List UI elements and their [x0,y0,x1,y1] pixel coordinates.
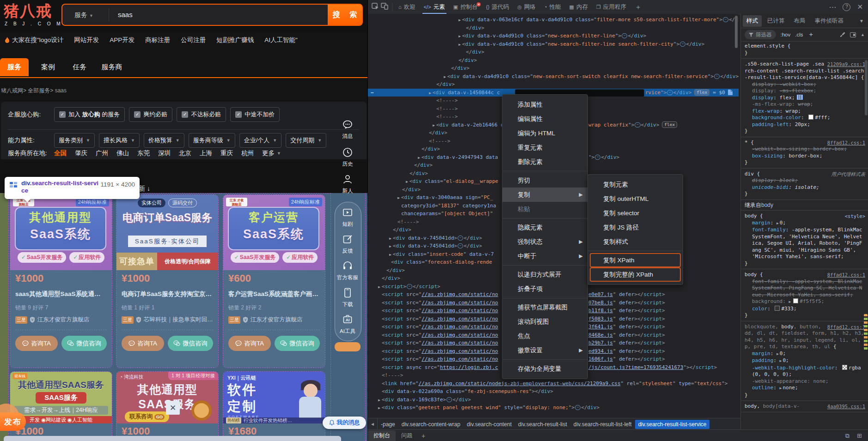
css-property[interactable]: -ms-flex-wrap: wrap; [745,101,865,108]
zbj-logo[interactable]: 猪八戒 [4,1,52,22]
style-rule[interactable]: 8ffad12.css:1* {-webkit-box-sizing: bord… [741,137,868,169]
context-menu-item[interactable]: 复制▶ [502,187,587,202]
css-property[interactable]: display: flex; [745,95,865,102]
node-breadcrumb[interactable]: div.search-content [464,420,515,429]
card-seller[interactable]: 三星V江东才俊官方旗舰店 [228,316,320,324]
site-tab-任务[interactable]: 任务 [70,58,89,76]
css-property[interactable]: background-color: #fff; [745,115,865,121]
context-menu-item[interactable]: 删除元素 [502,155,587,169]
flex-badge[interactable]: flex [662,121,677,128]
my-messages-pill[interactable]: 我的消息 [323,417,366,429]
devtools-tab-性能[interactable]: ◔性能 [540,0,565,14]
rail-item-history[interactable]: 历史 [335,147,361,168]
card-seller[interactable]: 三星V江东才俊官方旗舰店 [15,316,107,324]
node-breadcrumb[interactable]: -page [378,420,398,429]
style-rule[interactable]: 8ffad12.css:1blockquote, body, button, d… [741,321,868,401]
service-card[interactable]: 江东 才俊旗舰店 24h响应标准 客户运营SaaS系统 ✓SaaS开发服务✓应用… [223,195,325,368]
region-filter[interactable]: 杭州 [241,149,254,157]
devtools-tab-欢迎[interactable]: ⌂欢迎 [394,0,420,14]
context-menu-item[interactable]: 折叠子项 [502,282,587,296]
style-source-link[interactable]: 用户代理样式表 [831,171,866,178]
node-breadcrumb[interactable]: div.search-result-list-service [635,420,710,429]
inspect-element-button[interactable] [372,3,379,12]
node-breadcrumb[interactable]: div.search-result-list-left [570,420,635,429]
region-filter[interactable]: 全国 [54,149,67,157]
element-state-icon[interactable] [850,32,856,37]
site-tab-服务[interactable]: 服务 [0,58,29,76]
devtools-menu-button[interactable]: ⋯ [829,3,836,12]
flex-editor-icon[interactable] [797,95,803,100]
css-property[interactable]: display: block; [745,177,865,184]
device-toolbar-button[interactable] [381,3,388,12]
devtools-tab-控制台[interactable]: ▣控制台✕ [449,0,482,14]
card-seller[interactable]: 三星V芯眸科技｜接急单实时回… [122,316,213,324]
rail-item-message[interactable]: 消息 [335,119,361,140]
ability-dropdown-服务类别[interactable]: 服务类别▼ [54,133,95,148]
dom-tree-row[interactable]: ▶<div data-v-169c83fe>⋯</div> [368,396,739,404]
css-property[interactable]: padding: ▶0; [745,357,865,365]
devtools-tab-元素[interactable]: </>元素 [420,0,449,14]
drawer-panel-icon[interactable]: ⊞ [857,432,862,440]
inherited-body-link[interactable]: body [761,202,773,208]
rail-item-newbie[interactable]: 新人 [335,174,361,194]
rail-item-short-drama[interactable]: 短剧 [335,207,361,228]
hot-nav-item[interactable]: AI人工智能" [264,36,298,44]
region-filter[interactable]: 上海 [200,149,212,157]
devtools-tab-内存[interactable]: ▦内存 [565,0,592,14]
context-menu-item[interactable]: 以递归方式展开 [502,267,587,282]
region-filter[interactable]: 重庆 [220,149,233,157]
contact-cta-button[interactable]: 联系咨询GO [125,411,169,422]
context-menu-item[interactable]: 复制元素 [588,177,683,192]
css-property[interactable]: font-family: -apple-system, BlinkMacSyst… [745,278,865,299]
wechat-consult-button[interactable]: 微信咨询 [168,336,213,351]
context-menu-item[interactable]: 徽章设置▶ [502,343,587,357]
style-source-link[interactable]: 8ffad12.css:1 [827,272,865,278]
css-property[interactable]: display: -webkit-box; [745,81,865,88]
style-source-link[interactable]: 21209a9.css:1 [827,61,865,68]
style-source-link[interactable]: <style> [845,213,865,220]
site-tab-服务商[interactable]: 服务商 [100,58,124,76]
dom-tree-row[interactable]: </div> [368,48,739,56]
dom-tree-row[interactable]: <link href="//as.zbjimg.com/static/nodej… [368,380,739,388]
context-menu-item[interactable]: 复制 JS 路径 [588,220,683,235]
site-breadcrumb[interactable]: 猪八戒网> 全部服务> saas [1,87,67,95]
hot-nav-item[interactable]: 商标注册 [145,36,170,44]
style-rule[interactable]: 21209a9.css:1.s50-search-list-page .sear… [741,59,868,137]
sort-option-partial[interactable]: 新 ↓ [139,185,150,193]
drawer-tab-控制台[interactable]: 控制台 [368,430,396,441]
dom-tree-row[interactable]: <div data-v-022a690a class="fe-zbj-scene… [368,387,739,396]
breadcrumb-back-arrow[interactable]: ◂ [368,418,378,430]
ability-dropdown-企业/个人[interactable]: 企业/个人▼ [239,133,282,148]
style-source-link[interactable]: 8ffad12.css:1 [827,139,865,146]
css-property[interactable]: padding-left: 20px; [745,121,865,128]
region-filter[interactable]: 深圳 [158,149,171,157]
search-input[interactable]: saas [118,11,133,18]
context-menu-item[interactable]: 存储为全局变量 [502,362,587,376]
context-menu-item[interactable]: 编辑属性 [502,112,587,126]
drawer-dock-icon[interactable]: ⧉ [845,432,850,440]
new-style-rule-button[interactable]: ＋ [808,30,814,39]
sidebar-tab-布局[interactable]: 布局 [790,15,809,27]
card-title[interactable]: 电商订单SaaS服务支持淘宝京… [122,290,213,298]
style-source-link[interactable]: 4aa0395.css:1 [827,403,865,410]
dom-tree-row[interactable]: ▶<div data-v-da4d91c0 class="new-search-… [368,32,739,40]
card-title[interactable]: 客户运营SaaS系统涵盖客户画… [228,290,320,298]
dom-tree-row[interactable]: </div> [368,24,739,32]
context-menu-item[interactable]: 强制状态▶ [502,235,587,249]
css-property[interactable]: unicode-bidi: isolate; [745,184,865,191]
context-menu-item[interactable]: 隐藏元素 [502,220,587,235]
drawer-tab-问题[interactable]: 问题 [396,430,418,441]
service-card[interactable]: 猪有钱 其他通用型SAAS服务 SAAS服务 需求→开发→上线｜24H响应 开发… [10,372,112,441]
context-menu-item[interactable]: 复制 outerHTML [588,192,683,206]
service-card[interactable]: 江东 才俊旗舰店 24h响应标准 其他通用型SaaS系统 ✓SaaS开发服务✓应… [10,195,112,368]
sidebar-tabs-overflow[interactable]: ▼ [859,18,868,24]
card-title[interactable]: saas其他通用型SaaS系统通… [15,290,107,298]
hot-nav-item[interactable]: 大家在搜"logo设计 [5,36,63,44]
css-property[interactable]: color: #333; [745,306,865,313]
context-menu-item[interactable]: 焦点 [502,329,587,343]
context-menu-item[interactable]: 滚动到视图 [502,314,587,329]
rail-item-ai-tools[interactable]: AI AI工具 [335,314,361,335]
context-menu-item[interactable]: 编辑为 HTML [502,126,587,140]
hot-nav-item[interactable]: 公司注册 [181,36,206,44]
sidebar-tab-事件侦听器[interactable]: 事件侦听器 [811,15,848,27]
